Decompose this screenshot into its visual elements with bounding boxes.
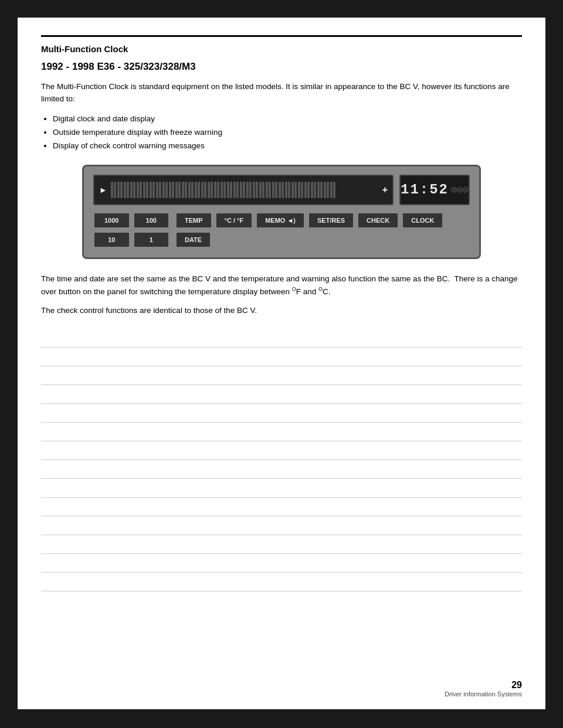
note-line [41,479,522,498]
note-line [41,535,522,554]
btn-clock[interactable]: CLOCK [402,212,443,229]
sub-title: 1992 - 1998 E36 - 325/323/328/M3 [41,61,522,73]
bullet-item-3: Display of check control warning message… [53,140,522,153]
display-bar: ► + [93,175,394,205]
btn-100[interactable]: 100 [133,212,170,229]
btn-10[interactable]: 10 [93,232,130,248]
plus-icon: + [382,185,388,195]
note-line [41,554,522,573]
play-icon: ► [99,185,107,195]
note-line [41,573,522,591]
clock-time: 11:52 [401,182,449,198]
btn-setres[interactable]: SET/RES [308,212,354,229]
btn-cf[interactable]: °C / °F [215,212,253,229]
body-text-1: The time and date are set the same as th… [41,273,522,298]
bullet-item-2: Outside temperature display with freeze … [53,126,522,140]
bullet-list: Digital clock and date display Outside t… [53,113,522,153]
btn-1[interactable]: 1 [133,232,170,248]
note-line [41,329,522,348]
btn-temp[interactable]: TEMP [175,212,212,229]
note-line [41,516,522,535]
radio-wave-icon: ⦾⦾⦾ [451,186,469,194]
note-line [41,441,522,460]
bullet-item-1: Digital clock and date display [53,113,522,126]
top-rule [41,35,522,37]
notes-section [41,329,522,591]
page: Multi-Function Clock 1992 - 1998 E36 - 3… [18,18,545,709]
note-line [41,423,522,441]
intro-text: The Multi-Function Clock is standard equ… [41,81,522,106]
note-line [41,404,522,423]
note-line [41,385,522,404]
right-buttons-group: TEMP °C / °F MEMO ◄) SET/RES CHECK CLOCK… [175,212,470,248]
note-line [41,460,522,479]
note-line [41,348,522,366]
device-top-row: ► + 11:52 ⦾⦾⦾ [93,175,470,205]
device-illustration: ► + 11:52 ⦾⦾⦾ 1000 100 10 1 TEMP [82,165,481,259]
device-bottom-row: 1000 100 10 1 TEMP °C / °F MEMO ◄) SET/R… [93,212,470,248]
clock-display: 11:52 ⦾⦾⦾ [399,175,470,205]
btn-memo[interactable]: MEMO ◄) [256,212,305,229]
btn-date[interactable]: DATE [175,232,211,248]
page-number: 29 [445,680,522,690]
btn-1000[interactable]: 1000 [93,212,130,229]
body-text-2: The check control functions are identica… [41,305,522,317]
page-footer: 29 Driver information Systems [445,680,522,698]
note-line [41,498,522,516]
footer-label: Driver information Systems [445,690,522,698]
section-title: Multi-Function Clock [41,44,522,54]
note-line [41,366,522,385]
btn-check[interactable]: CHECK [357,212,399,229]
left-buttons-group: 1000 100 10 1 [93,212,169,248]
bar-dots [111,182,379,198]
